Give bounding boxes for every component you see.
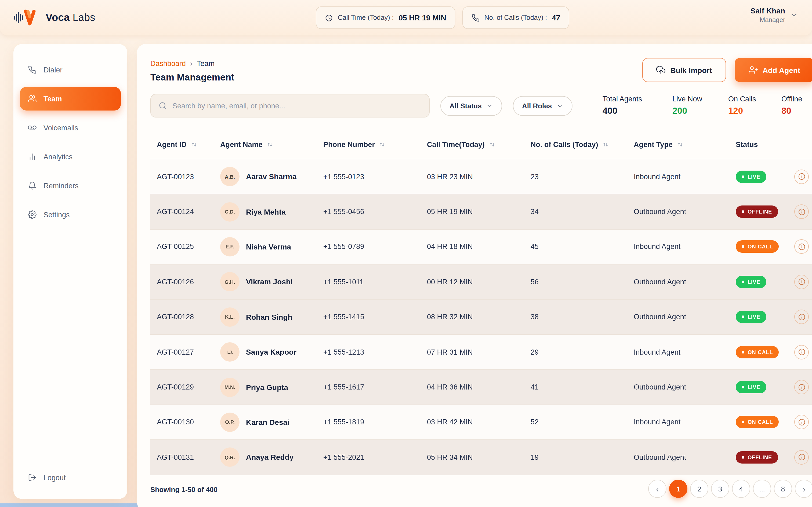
page-button-1[interactable]: 1 [669, 480, 688, 498]
table-row[interactable]: AGT-00123A.B.Aarav Sharma+1 555-012303 H… [150, 159, 812, 194]
agent-id: AGT-00130 [157, 418, 220, 426]
agent-phone: +1 555-0789 [323, 243, 427, 251]
agent-name: Nisha Verma [246, 242, 291, 251]
table-row[interactable]: AGT-00127I.J.Sanya Kapoor+1 555-121307 H… [150, 335, 812, 370]
badge-value: 47 [552, 13, 560, 22]
pagination: ‹1234...8› [648, 480, 812, 498]
column-header-call-time-today[interactable]: Call Time(Today) [427, 140, 530, 148]
user-menu[interactable]: Saif Khan Manager [751, 6, 798, 23]
table-row[interactable]: AGT-00126G.H.Vikram Joshi+1 555-101100 H… [150, 265, 812, 300]
badge-label: Call Time (Today) : [338, 14, 394, 21]
filter-all-status[interactable]: All Status [440, 96, 502, 116]
column-label: Agent Type [634, 140, 673, 148]
sidebar-item-analytics[interactable]: Analytics [20, 145, 121, 168]
sidebar-item-label: Logout [44, 473, 66, 482]
sort-icon[interactable] [190, 141, 197, 148]
user-plus-icon [749, 65, 758, 74]
info-icon[interactable] [794, 275, 809, 289]
page-button-8[interactable]: 8 [774, 480, 792, 498]
sidebar-item-reminders[interactable]: Reminders [20, 174, 121, 198]
main-card: Dashboard › Team Team Management Bulk Im… [137, 44, 812, 507]
table-body: AGT-00123A.B.Aarav Sharma+1 555-012303 H… [150, 159, 812, 475]
badge-label: No. of Calls (Today) : [485, 14, 547, 21]
agent-call-time: 04 HR 18 MIN [427, 243, 530, 251]
agent-phone: +1 555-1011 [323, 278, 427, 286]
info-icon[interactable] [794, 380, 809, 394]
breadcrumb: Dashboard › Team [150, 60, 214, 68]
avatar: A.B. [220, 167, 240, 186]
sidebar-item-label: Dialer [44, 66, 62, 74]
sidebar-item-settings[interactable]: Settings [20, 203, 121, 226]
brand-name-bold: Voca [46, 12, 70, 23]
status-badge: LIVE [736, 276, 766, 288]
table-row[interactable]: AGT-00131Q.R.Anaya Reddy+1 555-202105 HR… [150, 440, 812, 475]
info-icon[interactable] [794, 450, 809, 465]
next-button[interactable]: › [795, 480, 812, 498]
chevron-down-icon [790, 11, 798, 19]
avatar: G.H. [220, 272, 240, 292]
stat-label: Live Now [672, 95, 702, 103]
column-header-phone-number[interactable]: Phone Number [323, 140, 427, 148]
agent-call-time: 05 HR 34 MIN [427, 453, 530, 461]
agent-call-time: 08 HR 32 MIN [427, 313, 530, 321]
column-header-no-of-calls-today[interactable]: No. of Calls (Today) [530, 140, 634, 148]
agent-calls-count: 56 [530, 278, 634, 286]
breadcrumb-current: Team [197, 60, 214, 68]
column-label: No. of Calls (Today) [530, 140, 598, 148]
info-icon[interactable] [794, 310, 809, 324]
avatar: Q.R. [220, 448, 240, 467]
stat-live-now: Live Now200 [672, 95, 702, 116]
filter-all-roles[interactable]: All Roles [513, 96, 572, 116]
agent-calls-count: 23 [530, 172, 634, 180]
sidebar-item-dialer[interactable]: Dialer [20, 58, 121, 81]
sidebar-item-voicemails[interactable]: Voicemails [20, 116, 121, 139]
sort-icon[interactable] [676, 141, 683, 148]
table-header: Agent IDAgent NamePhone NumberCall Time(… [150, 136, 812, 152]
stat-on-calls: On Calls120 [728, 95, 756, 116]
agent-type: Inbound Agent [634, 243, 736, 251]
search-input[interactable] [172, 102, 421, 110]
info-icon[interactable] [794, 345, 809, 359]
agent-calls-count: 19 [530, 453, 634, 461]
bulk-import-button[interactable]: Bulk Import [642, 58, 726, 82]
status-badge: OFFLINE [736, 451, 778, 463]
sidebar-item-logout[interactable]: Logout [20, 466, 121, 489]
column-header-agent-type[interactable]: Agent Type [634, 140, 736, 148]
sort-icon[interactable] [489, 141, 495, 148]
phone-icon [28, 65, 37, 74]
sort-icon[interactable] [378, 141, 386, 148]
prev-button[interactable]: ‹ [648, 480, 666, 498]
sort-icon[interactable] [602, 141, 609, 148]
table-row[interactable]: AGT-00129M.N.Priya Gupta+1 555-161704 HR… [150, 370, 812, 405]
info-icon[interactable] [794, 415, 809, 430]
table-row[interactable]: AGT-00128K.L.Rohan Singh+1 555-141508 HR… [150, 300, 812, 335]
status-dot [742, 210, 744, 213]
search-box [150, 94, 429, 117]
breadcrumb-dashboard[interactable]: Dashboard [150, 60, 186, 68]
table-row[interactable]: AGT-00125E.F.Nisha Verma+1 555-078904 HR… [150, 230, 812, 265]
gear-icon [28, 210, 37, 219]
page-button-4[interactable]: 4 [732, 480, 750, 498]
info-icon[interactable] [794, 169, 809, 184]
agent-id: AGT-00127 [157, 348, 220, 356]
stat-value: 120 [728, 106, 756, 116]
ellipsis-button[interactable]: ... [753, 480, 771, 498]
info-icon[interactable] [794, 205, 809, 219]
add-agent-button[interactable]: Add Agent [735, 58, 812, 82]
table-row[interactable]: AGT-00130O.P.Karan Desai+1 555-181903 HR… [150, 405, 812, 440]
clock-icon [325, 14, 333, 22]
page-button-2[interactable]: 2 [690, 480, 708, 498]
avatar: M.N. [220, 378, 240, 397]
sort-icon[interactable] [266, 141, 273, 148]
badge-value: 05 HR 19 MIN [399, 13, 446, 22]
brand-logo: Voca Labs [14, 7, 95, 28]
status-dot [742, 281, 744, 283]
info-icon[interactable] [794, 239, 809, 254]
column-label: Call Time(Today) [427, 140, 485, 148]
column-header-agent-id[interactable]: Agent ID [157, 140, 220, 148]
column-header-agent-name[interactable]: Agent Name [220, 140, 323, 148]
agent-phone: +1 555-1415 [323, 313, 427, 321]
sidebar-item-team[interactable]: Team [20, 87, 121, 111]
page-button-3[interactable]: 3 [711, 480, 729, 498]
table-row[interactable]: AGT-00124C.D.Riya Mehta+1 555-045605 HR … [150, 194, 812, 230]
